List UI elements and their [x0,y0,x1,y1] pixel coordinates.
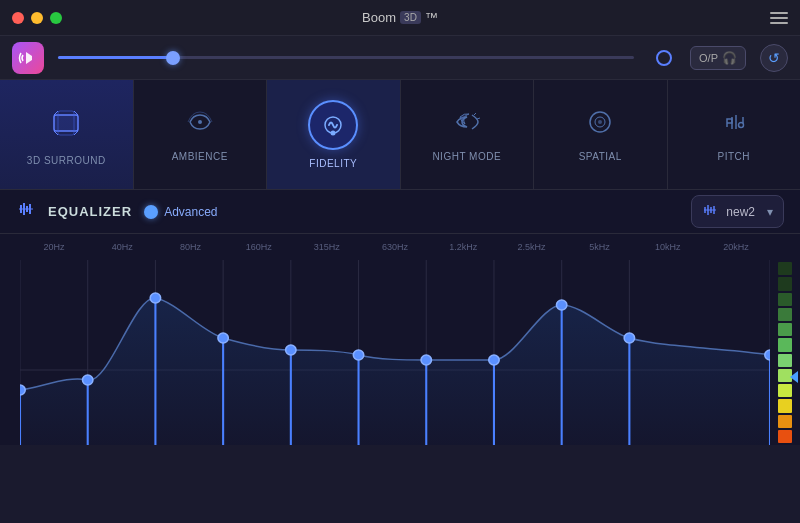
minimize-button[interactable] [31,12,43,24]
freq-label-40hz: 40Hz [88,242,156,252]
headphones-icon: 🎧 [722,51,737,65]
advanced-label: Advanced [164,205,217,219]
equalizer-section: EQUALIZER Advanced new2 ▾ 20Hz 40Hz [0,190,800,445]
chevron-down-icon: ▾ [767,205,773,219]
pitch-label: PITCH [718,151,751,162]
preset-icon [702,202,718,221]
level-indicator [790,371,798,383]
svg-point-59 [556,300,566,310]
app-icon [12,42,44,74]
night-mode-icon [452,107,482,143]
freq-label-80hz: 80Hz [156,242,224,252]
effect-spatial[interactable]: SPATIAL [534,80,668,189]
trademark: ™ [425,10,438,25]
svg-point-61 [765,350,770,360]
svg-point-8 [331,131,336,136]
advanced-toggle[interactable]: Advanced [144,205,217,219]
ambience-label: AMBIENCE [172,151,228,162]
eq-svg [20,260,770,445]
output-label: O/P [699,52,718,64]
eq-header: EQUALIZER Advanced new2 ▾ [0,190,800,234]
freq-label-5khz: 5kHz [566,242,634,252]
effect-fidelity[interactable]: FIDELITY [267,80,401,189]
svg-point-6 [198,120,202,124]
svg-point-58 [489,355,499,365]
spatial-icon [585,107,615,143]
fidelity-icon [308,100,358,150]
freq-labels: 20Hz 40Hz 80Hz 160Hz 315Hz 630Hz 1.2kHz … [20,242,770,256]
night-mode-label: NIGHT MODE [432,151,501,162]
maximize-button[interactable] [50,12,62,24]
app-title: Boom 3D ™ [362,10,438,25]
svg-point-53 [150,293,160,303]
title-text: Boom [362,10,396,25]
preset-name: new2 [726,205,755,219]
svg-point-56 [353,350,363,360]
effect-3d-surround[interactable]: 3D SURROUND [0,80,134,189]
title-badge: 3D [400,11,421,24]
svg-point-13 [598,120,602,124]
svg-line-9 [474,113,476,115]
effect-pitch[interactable]: PITCH [668,80,801,189]
ambience-icon [185,107,215,143]
svg-point-16 [738,123,743,128]
volume-slider[interactable] [58,56,634,59]
eq-canvas[interactable] [20,260,770,445]
svg-point-55 [286,345,296,355]
volume-bar: O/P 🎧 ↺ [0,36,800,80]
output-button[interactable]: O/P 🎧 [690,46,746,70]
effect-ambience[interactable]: AMBIENCE [134,80,268,189]
svg-point-54 [218,333,228,343]
title-bar: Boom 3D ™ [0,0,800,36]
spatial-label: SPATIAL [579,151,622,162]
fidelity-label: FIDELITY [309,158,357,169]
freq-label-10khz: 10kHz [634,242,702,252]
3d-surround-icon [46,103,86,147]
svg-point-52 [83,375,93,385]
volume-dot[interactable] [656,50,672,66]
freq-label-630hz: 630Hz [361,242,429,252]
volume-thumb[interactable] [166,51,180,65]
eq-graph[interactable]: 20Hz 40Hz 80Hz 160Hz 315Hz 630Hz 1.2kHz … [0,234,800,445]
toggle-dot [144,205,158,219]
freq-label-20khz: 20kHz [702,242,770,252]
close-button[interactable] [12,12,24,24]
svg-line-10 [477,118,480,119]
effect-night-mode[interactable]: NIGHT MODE [401,80,535,189]
3d-surround-label: 3D SURROUND [27,155,106,166]
eq-preset-dropdown[interactable]: new2 ▾ [691,195,784,228]
menu-button[interactable] [770,12,788,24]
pitch-icon [719,107,749,143]
freq-label-2k5hz: 2.5kHz [497,242,565,252]
svg-point-60 [624,333,634,343]
svg-point-51 [20,385,25,395]
eq-title: EQUALIZER [48,204,132,219]
eq-icon [16,199,36,224]
freq-label-315hz: 315Hz [293,242,361,252]
refresh-button[interactable]: ↺ [760,44,788,72]
freq-label-1k2hz: 1.2kHz [429,242,497,252]
volume-fill [58,56,173,59]
traffic-lights [12,12,62,24]
effects-row: 3D SURROUND AMBIENCE FIDELITY [0,80,800,190]
freq-label-20hz: 20Hz [20,242,88,252]
svg-point-57 [421,355,431,365]
freq-label-160hz: 160Hz [225,242,293,252]
refresh-icon: ↺ [768,50,780,66]
level-meter [778,260,792,445]
